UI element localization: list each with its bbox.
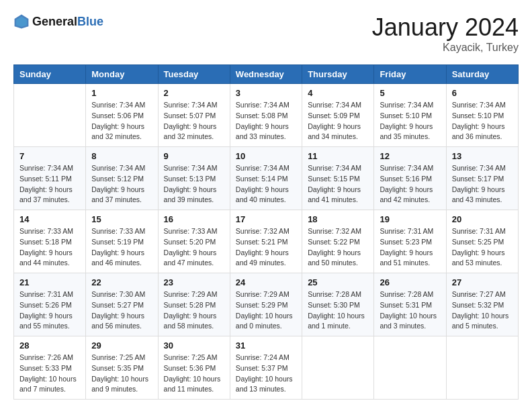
- calendar-table: SundayMondayTuesdayWednesdayThursdayFrid…: [13, 64, 519, 400]
- weekday-header: Monday: [86, 65, 158, 84]
- weekday-header: Tuesday: [158, 65, 230, 84]
- day-info: Sunrise: 7:34 AMSunset: 5:10 PMDaylight:…: [380, 100, 440, 142]
- day-info: Sunrise: 7:29 AMSunset: 5:28 PMDaylight:…: [164, 289, 224, 332]
- weekday-header: Sunday: [14, 65, 86, 84]
- calendar-cell: [446, 336, 518, 400]
- calendar-cell: 10Sunrise: 7:34 AMSunset: 5:14 PMDayligh…: [230, 147, 302, 210]
- calendar-cell: 9Sunrise: 7:34 AMSunset: 5:13 PMDaylight…: [158, 147, 230, 210]
- day-info: Sunrise: 7:34 AMSunset: 5:15 PMDaylight:…: [308, 163, 368, 205]
- calendar-cell: 29Sunrise: 7:25 AMSunset: 5:35 PMDayligh…: [86, 336, 158, 400]
- day-number: 27: [452, 277, 513, 287]
- weekday-header: Saturday: [446, 65, 518, 84]
- calendar-cell: [14, 84, 86, 147]
- day-number: 30: [164, 340, 224, 351]
- day-info: Sunrise: 7:31 AMSunset: 5:23 PMDaylight:…: [380, 226, 440, 269]
- day-info: Sunrise: 7:34 AMSunset: 5:08 PMDaylight:…: [236, 100, 296, 142]
- day-info: Sunrise: 7:33 AMSunset: 5:19 PMDaylight:…: [91, 226, 152, 269]
- calendar-cell: 3Sunrise: 7:34 AMSunset: 5:08 PMDaylight…: [230, 84, 302, 147]
- day-info: Sunrise: 7:34 AMSunset: 5:09 PMDaylight:…: [308, 100, 368, 142]
- calendar-cell: 6Sunrise: 7:34 AMSunset: 5:10 PMDaylight…: [446, 84, 518, 147]
- calendar-week-row: 14Sunrise: 7:33 AMSunset: 5:18 PMDayligh…: [14, 210, 519, 273]
- calendar-cell: 14Sunrise: 7:33 AMSunset: 5:18 PMDayligh…: [14, 210, 86, 273]
- title-block: January 2024 Kayacik, Turkey: [372, 13, 519, 54]
- calendar-cell: 4Sunrise: 7:34 AMSunset: 5:09 PMDaylight…: [302, 84, 374, 147]
- calendar-cell: 16Sunrise: 7:33 AMSunset: 5:20 PMDayligh…: [158, 210, 230, 273]
- logo-general: General: [32, 15, 77, 28]
- day-info: Sunrise: 7:32 AMSunset: 5:22 PMDaylight:…: [308, 226, 368, 269]
- day-number: 9: [164, 151, 224, 161]
- calendar-cell: [374, 336, 446, 400]
- day-info: Sunrise: 7:34 AMSunset: 5:17 PMDaylight:…: [452, 163, 513, 205]
- weekday-header: Thursday: [302, 65, 374, 84]
- day-number: 10: [236, 151, 296, 161]
- day-info: Sunrise: 7:25 AMSunset: 5:36 PMDaylight:…: [164, 353, 224, 395]
- day-number: 23: [164, 277, 224, 287]
- calendar-cell: 27Sunrise: 7:27 AMSunset: 5:32 PMDayligh…: [446, 273, 518, 336]
- day-info: Sunrise: 7:29 AMSunset: 5:29 PMDaylight:…: [236, 289, 296, 332]
- calendar-cell: 20Sunrise: 7:31 AMSunset: 5:25 PMDayligh…: [446, 210, 518, 273]
- month-title: January 2024: [372, 13, 519, 42]
- calendar-cell: 24Sunrise: 7:29 AMSunset: 5:29 PMDayligh…: [230, 273, 302, 336]
- calendar-cell: 26Sunrise: 7:28 AMSunset: 5:31 PMDayligh…: [374, 273, 446, 336]
- day-number: 22: [91, 277, 152, 287]
- calendar-cell: 28Sunrise: 7:26 AMSunset: 5:33 PMDayligh…: [14, 336, 86, 400]
- day-number: 28: [19, 340, 80, 351]
- day-info: Sunrise: 7:28 AMSunset: 5:30 PMDaylight:…: [308, 289, 368, 332]
- page-header: GeneralBlue January 2024 Kayacik, Turkey: [13, 13, 519, 54]
- day-info: Sunrise: 7:34 AMSunset: 5:16 PMDaylight:…: [380, 163, 440, 205]
- calendar-cell: 1Sunrise: 7:34 AMSunset: 5:06 PMDaylight…: [86, 84, 158, 147]
- day-info: Sunrise: 7:30 AMSunset: 5:27 PMDaylight:…: [91, 289, 152, 332]
- day-number: 14: [19, 214, 80, 224]
- logo-blue: Blue: [77, 15, 103, 28]
- calendar-cell: 5Sunrise: 7:34 AMSunset: 5:10 PMDaylight…: [374, 84, 446, 147]
- day-number: 4: [308, 88, 368, 98]
- day-number: 3: [236, 88, 296, 98]
- day-number: 19: [380, 214, 440, 224]
- weekday-header: Wednesday: [230, 65, 302, 84]
- calendar-cell: 19Sunrise: 7:31 AMSunset: 5:23 PMDayligh…: [374, 210, 446, 273]
- calendar-cell: 18Sunrise: 7:32 AMSunset: 5:22 PMDayligh…: [302, 210, 374, 273]
- calendar-week-row: 28Sunrise: 7:26 AMSunset: 5:33 PMDayligh…: [14, 336, 519, 400]
- day-number: 12: [380, 151, 440, 161]
- day-number: 16: [164, 214, 224, 224]
- day-number: 13: [452, 151, 513, 161]
- calendar-cell: 13Sunrise: 7:34 AMSunset: 5:17 PMDayligh…: [446, 147, 518, 210]
- day-number: 6: [452, 88, 513, 98]
- day-info: Sunrise: 7:31 AMSunset: 5:25 PMDaylight:…: [452, 226, 513, 269]
- day-number: 11: [308, 151, 368, 161]
- day-number: 21: [19, 277, 80, 287]
- day-info: Sunrise: 7:24 AMSunset: 5:37 PMDaylight:…: [236, 353, 296, 395]
- day-info: Sunrise: 7:25 AMSunset: 5:35 PMDaylight:…: [91, 353, 152, 395]
- day-info: Sunrise: 7:31 AMSunset: 5:26 PMDaylight:…: [19, 289, 80, 332]
- weekday-header: Friday: [374, 65, 446, 84]
- day-info: Sunrise: 7:33 AMSunset: 5:20 PMDaylight:…: [164, 226, 224, 269]
- calendar-cell: 30Sunrise: 7:25 AMSunset: 5:36 PMDayligh…: [158, 336, 230, 400]
- calendar-cell: 21Sunrise: 7:31 AMSunset: 5:26 PMDayligh…: [14, 273, 86, 336]
- day-number: 25: [308, 277, 368, 287]
- calendar-cell: 23Sunrise: 7:29 AMSunset: 5:28 PMDayligh…: [158, 273, 230, 336]
- day-number: 15: [91, 214, 152, 224]
- calendar-cell: 8Sunrise: 7:34 AMSunset: 5:12 PMDaylight…: [86, 147, 158, 210]
- day-info: Sunrise: 7:34 AMSunset: 5:12 PMDaylight:…: [91, 163, 152, 205]
- calendar-cell: 12Sunrise: 7:34 AMSunset: 5:16 PMDayligh…: [374, 147, 446, 210]
- day-info: Sunrise: 7:26 AMSunset: 5:33 PMDaylight:…: [19, 353, 80, 395]
- calendar-week-row: 21Sunrise: 7:31 AMSunset: 5:26 PMDayligh…: [14, 273, 519, 336]
- day-number: 18: [308, 214, 368, 224]
- calendar-cell: 25Sunrise: 7:28 AMSunset: 5:30 PMDayligh…: [302, 273, 374, 336]
- day-info: Sunrise: 7:34 AMSunset: 5:11 PMDaylight:…: [19, 163, 80, 205]
- calendar-cell: 31Sunrise: 7:24 AMSunset: 5:37 PMDayligh…: [230, 336, 302, 400]
- day-number: 17: [236, 214, 296, 224]
- location: Kayacik, Turkey: [372, 42, 519, 54]
- logo: GeneralBlue: [13, 13, 103, 30]
- day-number: 1: [91, 88, 152, 98]
- day-number: 8: [91, 151, 152, 161]
- day-number: 7: [19, 151, 80, 161]
- calendar-cell: 15Sunrise: 7:33 AMSunset: 5:19 PMDayligh…: [86, 210, 158, 273]
- calendar-cell: 11Sunrise: 7:34 AMSunset: 5:15 PMDayligh…: [302, 147, 374, 210]
- day-number: 20: [452, 214, 513, 224]
- calendar-week-row: 1Sunrise: 7:34 AMSunset: 5:06 PMDaylight…: [14, 84, 519, 147]
- calendar-cell: [302, 336, 374, 400]
- day-info: Sunrise: 7:34 AMSunset: 5:14 PMDaylight:…: [236, 163, 296, 205]
- day-info: Sunrise: 7:27 AMSunset: 5:32 PMDaylight:…: [452, 289, 513, 332]
- day-number: 29: [91, 340, 152, 351]
